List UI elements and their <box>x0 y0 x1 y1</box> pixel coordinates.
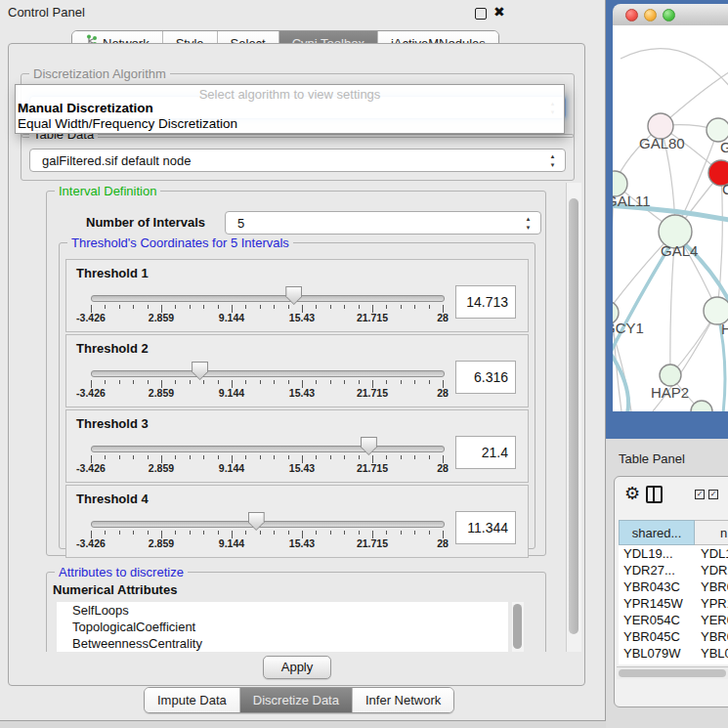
threshold-value-field[interactable] <box>455 511 516 544</box>
slider-thumb[interactable] <box>192 362 208 380</box>
tick-mark <box>218 380 219 384</box>
table-row[interactable]: YDR27...YDR2 <box>619 563 728 579</box>
settings-scroll-viewport: Interval Definition Number of Intervals … <box>15 183 564 652</box>
tick-mark <box>148 305 149 309</box>
column-header-shared-name[interactable]: shared... <box>619 520 695 545</box>
minimize-traffic-light-icon[interactable] <box>644 9 657 21</box>
cell-name: YER0 <box>701 613 728 627</box>
algorithm-option[interactable]: Manual Discretization <box>18 101 153 115</box>
tab-discretize-data[interactable]: Discretize Data <box>239 688 352 712</box>
table-row[interactable]: YER054CYER0 <box>619 613 728 629</box>
cell-name: YDR2 <box>701 563 728 578</box>
cell-name: YPR1 <box>701 596 728 611</box>
threshold-value-field[interactable] <box>455 436 516 469</box>
threshold-value-field[interactable] <box>455 285 516 319</box>
tick-label: 15.43 <box>289 462 315 474</box>
tick-label: 9.144 <box>219 462 244 474</box>
network-edge[interactable] <box>613 184 621 411</box>
tick-mark <box>401 455 402 459</box>
tick-mark <box>190 380 191 384</box>
close-traffic-light-icon[interactable] <box>625 9 638 21</box>
column-header-name[interactable]: n <box>695 520 728 545</box>
algorithm-option[interactable]: Equal Width/Frequency Discretization <box>18 116 237 131</box>
tick-mark <box>245 455 246 459</box>
slider-thumb[interactable] <box>285 286 302 305</box>
tick-mark <box>148 455 149 459</box>
tick-mark <box>203 531 204 535</box>
network-node-N9[interactable] <box>691 401 712 411</box>
tick-mark <box>359 305 360 309</box>
scrollbar-thumb[interactable] <box>569 198 578 634</box>
tab-impute-data[interactable]: Impute Data <box>145 688 239 712</box>
tick-label: 21.715 <box>357 387 388 399</box>
algorithm-dropdown-popup: Select algorithm to view settings Manual… <box>15 84 565 134</box>
cell-name: YBR0 <box>701 579 728 594</box>
discretization-algorithm-label: Discretization Algorithm <box>29 66 170 81</box>
close-icon[interactable]: ✖ <box>493 4 505 20</box>
threshold-value-field[interactable] <box>455 361 516 394</box>
attributes-scrollbar[interactable] <box>512 602 524 652</box>
slider-track[interactable] <box>91 370 445 377</box>
gear-icon[interactable]: ⚙ <box>624 485 640 502</box>
node-label-H: H <box>721 321 728 337</box>
table-row[interactable]: YDL19...YDL1 <box>619 546 728 563</box>
tick-mark <box>288 531 289 535</box>
network-node-HAP2[interactable] <box>660 364 681 386</box>
tick-label: 28 <box>437 462 449 474</box>
tick-mark <box>386 380 387 384</box>
tick-mark <box>203 305 204 309</box>
tick-label: -3.426 <box>76 537 106 549</box>
tick-mark <box>359 455 360 459</box>
checkbox-icon[interactable]: ✓ <box>695 490 705 499</box>
number-of-intervals-select[interactable]: 5 ▲▼ <box>225 211 541 235</box>
tick-mark <box>175 380 176 384</box>
float-window-icon[interactable] <box>475 8 487 20</box>
tick-label: 9.144 <box>219 537 244 549</box>
tick-mark <box>119 305 120 309</box>
table-row[interactable]: YLR345WYLR3 <box>619 663 728 664</box>
tick-mark <box>330 380 331 384</box>
tick-mark <box>119 380 120 384</box>
table-row[interactable]: YBR043CYBR0 <box>619 579 728 596</box>
tab-infer-network[interactable]: Infer Network <box>352 688 453 712</box>
network-canvas[interactable]: GAL80GCGAL11GAL4GCY1HHAP2 <box>613 25 728 411</box>
tick-mark <box>148 380 149 384</box>
attribute-item[interactable]: SelfLoops <box>57 602 508 619</box>
table-row[interactable]: YBL079WYBL0 <box>619 646 728 663</box>
tick-mark <box>359 380 360 384</box>
network-window-titlebar[interactable] <box>613 4 728 26</box>
tick-mark <box>330 455 331 459</box>
tick-label: 15.43 <box>289 387 315 399</box>
panel-scrollbar[interactable] <box>566 183 581 652</box>
apply-button[interactable]: Apply <box>263 656 331 679</box>
tick-mark <box>274 380 275 384</box>
attribute-item[interactable]: TopologicalCoefficient <box>57 619 508 635</box>
tick-mark <box>344 531 345 535</box>
slider-track[interactable] <box>91 295 445 302</box>
tick-label: 21.715 <box>357 537 388 549</box>
scrollbar-thumb[interactable] <box>513 604 522 649</box>
threshold-label: Threshold 1 <box>76 266 149 280</box>
table-horizontal-scrollbar[interactable] <box>617 666 728 679</box>
checkbox-icon[interactable]: ✓ <box>708 490 718 499</box>
network-view-window: GAL80GCGAL11GAL4GCY1HHAP2 <box>606 0 728 439</box>
slider-track[interactable] <box>91 446 445 452</box>
slider-track[interactable] <box>91 521 445 528</box>
scrollbar-thumb[interactable] <box>619 669 726 677</box>
tick-mark <box>119 455 120 459</box>
table-panel-section: Table Panel ⚙ ✓ ✓ shared... n YDL19...YD… <box>606 439 728 728</box>
threshold-row: Threshold 1 -3.4262.8599.14415.4321.7152… <box>65 259 529 332</box>
network-edge[interactable] <box>621 49 728 93</box>
attribute-item[interactable]: BetweennessCentrality <box>57 635 508 652</box>
slider-thumb[interactable] <box>361 437 377 455</box>
slider-thumb[interactable] <box>248 512 265 531</box>
tick-mark <box>119 531 120 535</box>
threshold-coordinates-group: Threshold's Coordinates for 5 Intervals … <box>59 242 535 549</box>
column-icon[interactable] <box>646 486 663 503</box>
table-row[interactable]: YPR145WYPR1 <box>619 596 728 613</box>
cell-shared-name: YPR145W <box>623 596 683 611</box>
tick-label: 9.144 <box>219 312 244 323</box>
zoom-traffic-light-icon[interactable] <box>663 9 675 21</box>
table-data-select[interactable]: galFiltered.sif default node ▲▼ <box>29 149 566 172</box>
table-row[interactable]: YBR045CYBR0 <box>619 629 728 646</box>
